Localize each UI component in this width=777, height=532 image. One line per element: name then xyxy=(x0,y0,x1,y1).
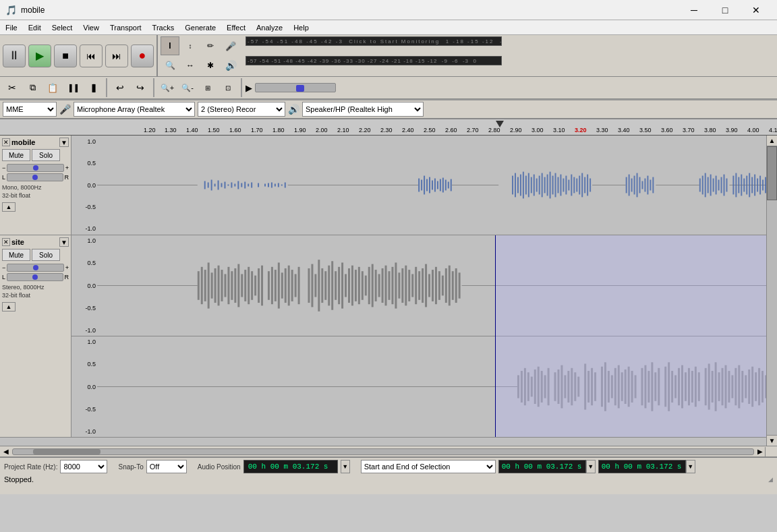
vscroll-thumb[interactable] xyxy=(767,146,777,200)
svg-rect-28 xyxy=(424,176,425,195)
stop-button[interactable]: ■ xyxy=(54,45,77,67)
menubar: File Edit Select View Transport Tracks G… xyxy=(0,20,777,35)
track2-menu[interactable]: ▼ xyxy=(59,237,69,247)
svg-rect-32 xyxy=(434,179,436,192)
horizontal-scrollbar[interactable]: ◀ ▶ xyxy=(0,446,777,456)
menu-analyze[interactable]: Analyze xyxy=(251,22,288,33)
trim-button[interactable]: ▌▐ xyxy=(63,78,82,97)
track2-pan-slider[interactable] xyxy=(7,273,63,281)
track2-mute[interactable]: Mute xyxy=(2,249,30,261)
track1-pan-slider[interactable] xyxy=(7,173,63,181)
close-button[interactable]: ✕ xyxy=(741,0,772,20)
select-tool-button[interactable]: I xyxy=(161,36,179,55)
track2-gain-slider[interactable] xyxy=(7,264,63,272)
track1-menu[interactable]: ▼ xyxy=(59,138,69,147)
track2-ch1-svg xyxy=(97,235,766,336)
sel-time2-dropdown[interactable]: ▼ xyxy=(686,460,695,473)
track2-waveform[interactable]: 1.0 0.5 0.0 -0.5 -1.0 xyxy=(71,235,766,437)
zoom-in-button[interactable]: 🔍+ xyxy=(158,78,177,97)
sel-time1-dropdown[interactable]: ▼ xyxy=(586,460,596,473)
track1-solo[interactable]: Solo xyxy=(32,149,60,161)
hscroll-left[interactable]: ◀ xyxy=(1,447,11,456)
selection-end-time: 00 h 00 m 03.172 s ▼ xyxy=(598,460,695,473)
svg-rect-143 xyxy=(318,260,320,312)
svg-rect-251 xyxy=(745,375,747,398)
track1-waveform[interactable]: 1.0 0.5 0.0 -0.5 -1.0 xyxy=(71,136,766,235)
pause-button[interactable]: ⏸ xyxy=(3,45,26,67)
hscroll-thumb[interactable] xyxy=(33,449,100,454)
audio-pos-dropdown[interactable]: ▼ xyxy=(341,460,350,473)
project-rate-select[interactable]: 8000 xyxy=(60,460,107,473)
snap-to-select[interactable]: Off xyxy=(146,460,187,473)
svg-rect-80 xyxy=(650,180,651,191)
svg-rect-55 xyxy=(552,176,554,195)
hscroll-track[interactable] xyxy=(12,448,754,455)
menu-generate[interactable]: Generate xyxy=(179,22,221,33)
zoom-out-button[interactable]: 🔍- xyxy=(178,78,197,97)
vertical-scrollbar[interactable]: ▲ ▼ xyxy=(766,136,777,446)
paste-button[interactable]: 📋 xyxy=(43,78,62,97)
menu-edit[interactable]: Edit xyxy=(23,22,47,33)
record-level-button[interactable]: 🎤 xyxy=(221,36,240,55)
record-button[interactable]: ● xyxy=(131,45,154,67)
redo-button[interactable]: ↪ xyxy=(131,78,150,97)
hscroll-right[interactable]: ▶ xyxy=(755,447,765,456)
sel-time2: 00 h 00 m 03.172 s xyxy=(598,460,686,473)
device-row: MME 🎤 Microphone Array (Realtek 2 (Stere… xyxy=(0,100,777,119)
maximize-button[interactable]: □ xyxy=(710,0,741,20)
track1-close[interactable]: ✕ xyxy=(2,138,10,146)
track1-collapse[interactable]: ▲ xyxy=(2,202,16,212)
svg-rect-30 xyxy=(429,177,430,194)
track1-gain-slider[interactable] xyxy=(7,164,63,172)
svg-rect-201 xyxy=(560,365,563,409)
vscroll-up[interactable]: ▲ xyxy=(767,136,777,146)
svg-rect-104 xyxy=(757,179,758,192)
silence-button[interactable]: ▐▌ xyxy=(84,78,103,97)
menu-tracks[interactable]: Tracks xyxy=(147,22,180,33)
menu-help[interactable]: Help xyxy=(288,22,314,33)
draw-tool-button[interactable]: ✏ xyxy=(201,36,220,55)
skip-back-button[interactable]: ⏮ xyxy=(80,45,103,67)
copy-button[interactable]: ⧉ xyxy=(23,78,42,97)
timeshift-tool-button[interactable]: ↔ xyxy=(181,56,200,75)
minimize-button[interactable]: ─ xyxy=(679,0,710,20)
speaker-select[interactable]: Speaker/HP (Realtek High xyxy=(302,102,424,117)
vscroll-down[interactable]: ▼ xyxy=(767,435,777,446)
skip-forward-button[interactable]: ⏭ xyxy=(105,45,128,67)
cut-button[interactable]: ✂ xyxy=(3,78,22,97)
zoom-fit-button[interactable]: ⊞ xyxy=(198,78,217,97)
track2-solo[interactable]: Solo xyxy=(32,249,60,261)
svg-rect-128 xyxy=(258,268,260,303)
mic-device-select[interactable]: Microphone Array (Realtek xyxy=(74,102,195,117)
menu-effect[interactable]: Effect xyxy=(221,22,251,33)
menu-view[interactable]: View xyxy=(78,22,105,33)
svg-rect-224 xyxy=(648,371,650,403)
channels-select[interactable]: 2 (Stereo) Recor xyxy=(198,102,285,117)
track2-collapse[interactable]: ▲ xyxy=(2,302,16,312)
undo-button[interactable]: ↩ xyxy=(111,78,130,97)
svg-rect-209 xyxy=(591,368,593,405)
track2-close[interactable]: ✕ xyxy=(2,238,10,246)
menu-file[interactable]: File xyxy=(0,22,23,33)
zoom-sel-button[interactable]: ⊡ xyxy=(219,78,237,97)
selection-type-select[interactable]: Start and End of Selection xyxy=(361,460,496,473)
svg-rect-193 xyxy=(531,377,533,397)
playback-rate-slider[interactable] xyxy=(255,83,336,92)
menu-select[interactable]: Select xyxy=(47,22,78,33)
track1-mute[interactable]: Mute xyxy=(2,149,30,161)
svg-rect-107 xyxy=(765,177,766,194)
vscroll-track[interactable] xyxy=(767,146,777,435)
menu-transport[interactable]: Transport xyxy=(105,22,147,33)
status-row1: Project Rate (Hz): 8000 Snap-To Off Audi… xyxy=(4,460,773,473)
envelope-tool-button[interactable]: ↕ xyxy=(181,36,200,55)
svg-rect-81 xyxy=(652,177,654,194)
svg-rect-135 xyxy=(285,268,287,303)
svg-rect-29 xyxy=(426,179,428,191)
audio-host-select[interactable]: MME xyxy=(3,102,57,117)
playback-meter-icon: 🔊 xyxy=(221,56,240,75)
play-button[interactable]: ▶ xyxy=(28,45,51,67)
main-area: ✕ mobile ▼ Mute Solo − + xyxy=(0,136,777,446)
zoom-tool-button[interactable]: 🔍 xyxy=(161,56,179,75)
multi-tool-button[interactable]: ✱ xyxy=(201,56,220,75)
svg-rect-84 xyxy=(702,176,703,195)
